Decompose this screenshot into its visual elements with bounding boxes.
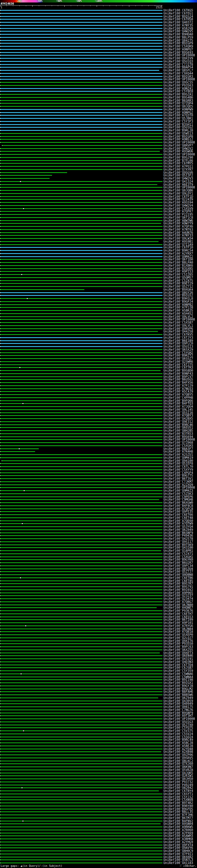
hit-bar[interactable] [0,589,163,590]
hit-bar[interactable] [0,538,163,539]
hit-bar[interactable] [0,508,163,509]
hit-bar[interactable] [0,505,163,506]
hit-bar[interactable] [0,859,163,860]
hit-bar[interactable] [0,529,163,530]
hit-bar[interactable] [0,397,163,398]
hit-bar[interactable] [0,25,163,26]
hit-bar[interactable] [0,802,163,803]
hit-bar[interactable] [0,64,163,65]
hit-bar[interactable] [0,619,163,620]
hit-bar[interactable] [0,581,163,581]
hit-accession-label[interactable]: UniRef100_B9XGK4 [163,288,193,291]
hit-bar[interactable] [0,136,163,137]
hit-bar[interactable] [0,520,163,521]
hit-bar[interactable] [0,85,163,86]
hit-bar[interactable] [0,148,163,149]
hit-bar[interactable] [0,385,163,386]
hit-accession-label[interactable]: UniRef100_C5XGH3 [163,444,193,447]
hit-bar[interactable] [0,373,163,374]
hit-bar[interactable] [0,604,163,606]
hit-bar[interactable] [0,770,163,770]
hit-bar[interactable] [0,295,163,296]
hit-bar[interactable] [0,88,163,89]
hit-bar[interactable] [0,94,163,95]
hit-accession-label[interactable]: UniRef100_B9GPJ4 [163,300,193,303]
hit-bar[interactable] [0,211,163,212]
hit-bar[interactable] [0,790,159,791]
hit-bar[interactable] [0,391,163,392]
hit-bar[interactable] [0,773,163,773]
hit-bar[interactable] [0,196,163,197]
hit-bar[interactable] [0,823,161,824]
hit-bar[interactable] [0,571,163,572]
hit-bar[interactable] [0,631,163,632]
hit-bar[interactable] [0,169,163,170]
hit-bar[interactable] [0,754,163,755]
hit-bar[interactable] [0,649,163,650]
hit-accession-label[interactable]: UniRef100_B9NF43 [163,372,193,375]
hit-bar[interactable] [0,721,163,722]
hit-accession-label[interactable]: UniRef100_A5BEJ8 [163,745,193,748]
hit-bar[interactable] [0,430,163,431]
hit-bar[interactable] [0,358,163,359]
hit-bar[interactable] [0,517,163,518]
hit-accession-label[interactable]: UniRef100_Q9E312 [163,420,193,423]
hit-bar[interactable] [0,112,163,113]
hit-bar[interactable] [0,262,163,263]
hit-accession-label[interactable]: UniRef100_Q9M419 [163,456,193,459]
hit-bar[interactable] [2,460,163,461]
hit-bar[interactable] [0,583,163,584]
hit-bar[interactable] [0,412,163,413]
hit-bar[interactable] [0,232,163,233]
hit-bar[interactable] [0,484,163,485]
hit-accession-label[interactable]: UniRef100_A9NPU7 [163,48,193,51]
hit-bar[interactable] [0,466,163,467]
hit-bar[interactable] [0,845,163,845]
hit-bar[interactable] [0,433,163,434]
hit-bar[interactable] [0,481,163,482]
hit-bar[interactable] [0,731,163,731]
hit-bar[interactable] [0,622,163,623]
hit-bar[interactable] [0,13,163,14]
hit-bar[interactable] [0,343,163,344]
hit-bar[interactable] [0,677,163,677]
hit-bar[interactable] [0,610,163,611]
hit-bar[interactable] [0,655,163,656]
hit-bar[interactable] [0,835,163,836]
hit-bar[interactable] [0,244,163,245]
hit-bar[interactable] [0,523,163,524]
hit-bar[interactable] [0,598,163,599]
hit-bar[interactable] [0,847,163,848]
hit-bar[interactable] [0,703,163,704]
hit-bar[interactable] [0,565,163,566]
hit-bar[interactable] [2,145,163,146]
hit-bar[interactable] [0,761,163,762]
hit-bar[interactable] [0,857,163,858]
hit-bar[interactable] [0,289,84,290]
hit-bar[interactable] [0,301,163,302]
hit-bar[interactable] [0,526,163,527]
hit-accession-label[interactable]: UniRef100_C5Y3F3 [163,120,193,123]
hit-accession-label[interactable]: UniRef100_C5Z5K3 [163,492,193,495]
hit-bar[interactable] [0,820,163,822]
hit-accession-label[interactable]: UniRef100_Q41324 [163,180,193,183]
hit-bar[interactable] [0,814,163,815]
hit-bar[interactable] [0,208,163,209]
hit-bar[interactable] [0,691,163,692]
hit-bar[interactable] [0,763,163,764]
hit-bar[interactable] [0,133,163,134]
hit-bar[interactable] [0,863,163,863]
hit-bar[interactable] [0,37,163,38]
hit-bar[interactable] [0,97,163,98]
hit-bar[interactable] [0,49,163,50]
hit-bar[interactable] [0,685,163,686]
hit-bar[interactable] [0,163,163,164]
hit-bar[interactable] [0,127,163,128]
hit-bar[interactable] [0,737,163,738]
hit-bar[interactable] [0,718,163,719]
hit-bar[interactable] [0,502,163,503]
hit-bar[interactable] [0,229,163,230]
hit-bar[interactable] [0,40,163,41]
hit-bar[interactable] [0,664,163,665]
hit-bar[interactable] [0,268,163,269]
